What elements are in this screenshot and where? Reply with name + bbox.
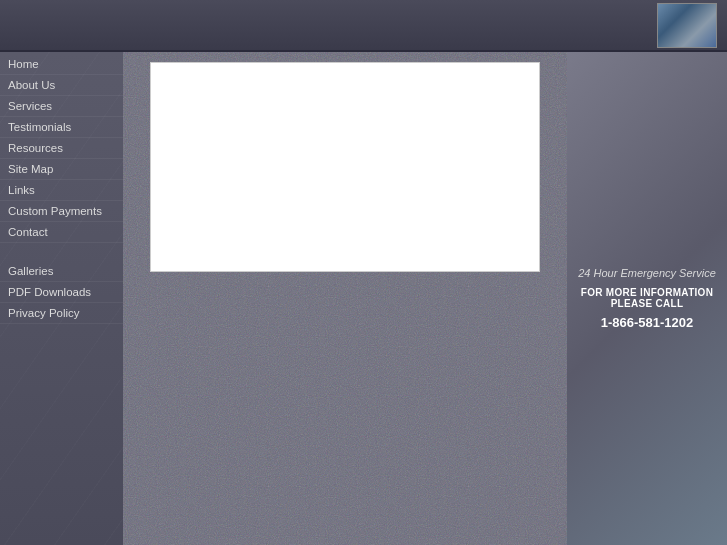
sidebar-item-sitemap[interactable]: Site Map (0, 159, 123, 180)
sidebar-item-galleries[interactable]: Galleries (0, 261, 123, 282)
main-layout: Home About Us Services Testimonials Reso… (0, 52, 727, 545)
sidebar-item-links[interactable]: Links (0, 180, 123, 201)
header (0, 0, 727, 52)
nav-divider (0, 243, 123, 261)
sidebar-item-custom-payments[interactable]: Custom Payments (0, 201, 123, 222)
content-image-box (150, 62, 540, 272)
sidebar-item-privacy-policy[interactable]: Privacy Policy (0, 303, 123, 324)
sidebar-item-services[interactable]: Services (0, 96, 123, 117)
phone-number: 1-866-581-1202 (601, 315, 694, 330)
right-sidebar: 24 Hour Emergency Service FOR MORE INFOR… (567, 52, 727, 545)
sidebar-item-pdf-downloads[interactable]: PDF Downloads (0, 282, 123, 303)
emergency-service-text: 24 Hour Emergency Service (578, 267, 716, 279)
sidebar-item-testimonials[interactable]: Testimonials (0, 117, 123, 138)
call-info-text: FOR MORE INFORMATION PLEASE CALL (577, 287, 717, 309)
sidebar-item-resources[interactable]: Resources (0, 138, 123, 159)
sidebar-item-about[interactable]: About Us (0, 75, 123, 96)
center-content (123, 52, 567, 545)
sidebar-item-home[interactable]: Home (0, 54, 123, 75)
sidebar: Home About Us Services Testimonials Reso… (0, 52, 123, 545)
company-logo (657, 3, 717, 48)
sidebar-item-contact[interactable]: Contact (0, 222, 123, 243)
